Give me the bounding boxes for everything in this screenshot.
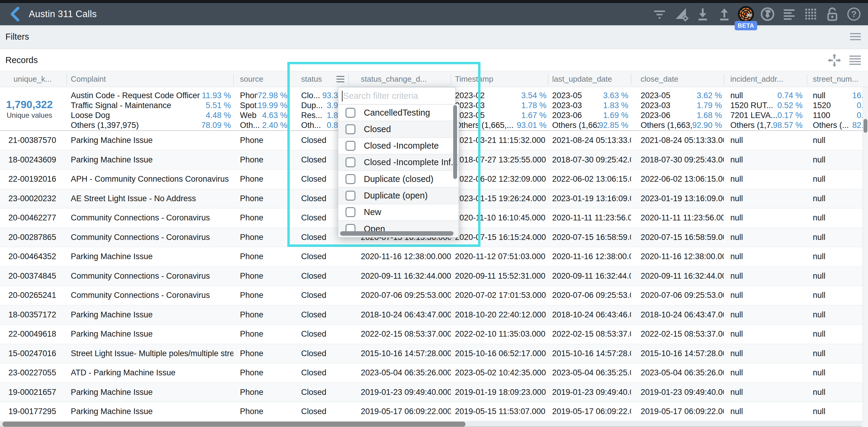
filter-option[interactable]: CancelledTesting [338, 105, 459, 121]
horizontal-scrollbar-track[interactable] [0, 421, 862, 427]
summary-line[interactable]: Phone72.98 % [240, 91, 287, 100]
vertical-scrollbar-thumb[interactable] [864, 119, 867, 133]
summary-line[interactable]: Oth...0.8 [301, 121, 338, 130]
help-button[interactable]: ? [845, 5, 863, 23]
table-row[interactable]: 22-00049618 Parking Machine Issue Phone … [0, 324, 868, 344]
table-row[interactable]: 20-00265241 Community Connections - Coro… [0, 286, 868, 305]
summary-line[interactable]: Spot...19.99 % [240, 101, 287, 110]
checkbox-icon[interactable] [345, 108, 355, 118]
column-header-incident-address[interactable]: incident_addr... [724, 71, 807, 87]
summary-line[interactable]: 2023-031.78 % [455, 101, 547, 110]
summary-line[interactable]: 1520 RUT...0.52 % [730, 101, 803, 110]
filter-option[interactable]: New [338, 204, 459, 221]
column-header-status[interactable]: status [288, 71, 348, 87]
checkbox-icon[interactable] [345, 124, 355, 134]
summary-line[interactable]: 2023-031.79 % [641, 101, 722, 110]
cell-last-update-date: 2019-05-17 06:09:22.000 [548, 402, 631, 421]
filters-menu-icon[interactable] [850, 33, 861, 41]
cell-incident-address: null [724, 150, 807, 170]
checkbox-icon[interactable] [345, 207, 355, 217]
column-header-source[interactable]: source [234, 71, 288, 87]
table-row[interactable]: 20-00464352 Parking Machine Issue Phone … [0, 247, 868, 267]
table-row[interactable]: 19-00021657 Parking Machine Issue Phone … [0, 383, 868, 402]
summary-line[interactable]: null16.4 [813, 91, 868, 100]
summary-line[interactable]: 11000.3 [813, 111, 868, 120]
records-menu-icon[interactable] [849, 56, 861, 65]
filter-search-box[interactable] [338, 87, 456, 105]
filter-option-label: Duplicate (closed) [364, 174, 442, 184]
list-view-button[interactable] [780, 5, 798, 23]
dropdown-vertical-scrollbar[interactable] [453, 105, 457, 179]
summary-line[interactable]: 2023-053.63 % [552, 91, 628, 100]
grid-view-button[interactable] [802, 5, 819, 23]
filter-option[interactable]: Closed [338, 121, 459, 138]
vertical-scrollbar-track[interactable] [863, 87, 868, 427]
summary-line[interactable]: Others (1,665,...93.01 % [455, 121, 547, 130]
cell-source: Phone [234, 208, 288, 228]
checkbox-icon[interactable] [345, 191, 355, 201]
summary-line[interactable]: 2023-053.62 % [641, 91, 722, 100]
chart-settings-button[interactable] [673, 5, 690, 23]
column-header-complaint[interactable]: Complaint [67, 71, 234, 87]
cell-incident-address: null [724, 208, 807, 228]
summary-line[interactable]: 15200.5 [813, 101, 868, 110]
summary-line[interactable]: 2023-051.67 % [455, 111, 547, 120]
cell-timestamp: 2020-07-02 17:01:53.000 [451, 286, 548, 305]
summary-line[interactable]: Loose Dog4.48 % [71, 111, 231, 120]
summary-line[interactable]: Dup...3.9 [301, 101, 338, 110]
table-row[interactable]: 23-00227055 ATD - Parking Machine Issue … [0, 363, 868, 383]
table-row[interactable]: 19-00177295 Parking Machine Issue Phone … [0, 402, 868, 422]
checkbox-icon[interactable] [345, 174, 355, 184]
column-header-close-date[interactable]: close_date [631, 71, 724, 87]
publish-button[interactable] [759, 5, 776, 23]
cell-complaint: Community Connections - Coronavirus [67, 208, 234, 228]
filter-option[interactable]: Duplicate (closed) [338, 171, 459, 188]
filter-lines-icon [653, 7, 666, 21]
back-button[interactable] [4, 5, 25, 23]
summary-line[interactable]: Web4.63 % [240, 111, 287, 120]
column-header-timestamp[interactable]: Timestamp [451, 71, 548, 87]
status-filter-menu-icon[interactable] [337, 76, 344, 82]
summary-line[interactable]: Oth...2.40 % [240, 121, 287, 130]
summary-line[interactable]: 7201 LEVA...0.17 % [730, 111, 803, 120]
summary-line[interactable]: 2023-061.69 % [552, 111, 628, 120]
filter-option[interactable]: Closed -Incomplete [338, 138, 459, 154]
summary-line[interactable]: Clo...93.3 [301, 91, 338, 100]
filter-button[interactable] [651, 5, 668, 23]
ai-assistant-button[interactable]: AI BETA [737, 5, 755, 23]
summary-line[interactable]: Others (1,397,975)78.09 % [71, 121, 231, 130]
summary-line[interactable]: Others (1,663,...92.90 % [641, 121, 722, 130]
summary-line[interactable]: null0.74 % [730, 91, 803, 100]
download-button[interactable] [694, 5, 711, 23]
summary-line[interactable]: 2023-023.54 % [455, 91, 547, 100]
cell-incident-address: null [724, 383, 807, 402]
summary-line[interactable]: Others (1,662,...92.85 % [552, 121, 628, 130]
upload-button[interactable] [716, 5, 733, 23]
table-row[interactable]: 18-00357172 Parking Machine Issue Phone … [0, 305, 868, 325]
horizontal-scrollbar-thumb[interactable] [2, 422, 465, 427]
cell-unique-key: 23-00020232 [0, 189, 67, 208]
summary-line[interactable]: 2023-031.83 % [552, 101, 628, 110]
table-row[interactable]: 20-00374845 Community Connections - Coro… [0, 267, 868, 286]
beta-badge: BETA [735, 21, 757, 30]
table-row[interactable]: 15-00247016 Street Light Issue- Multiple… [0, 344, 868, 364]
summary-line[interactable]: Others (1,7...98.57 % [730, 121, 803, 130]
summary-line[interactable]: Traffic Signal - Maintenance5.51 % [71, 101, 231, 110]
checkbox-icon[interactable] [345, 158, 355, 167]
summary-line[interactable]: Res...1.8 [301, 111, 338, 120]
move-icon[interactable] [827, 53, 842, 67]
column-header-unique-key[interactable]: unique_k... [0, 71, 67, 87]
summary-line[interactable]: 2023-061.68 % [641, 111, 722, 120]
column-header-street-number[interactable]: street_num... [807, 71, 868, 87]
dropdown-horizontal-scrollbar[interactable] [340, 231, 454, 236]
cell-complaint: Parking Machine Issue [67, 324, 234, 344]
summary-line[interactable]: Others (...82.6 [813, 121, 868, 130]
lock-button[interactable] [824, 5, 841, 23]
column-header-status-change-date[interactable]: status_change_d... [348, 71, 451, 87]
filter-search-input[interactable] [338, 87, 455, 104]
column-header-last-update-date[interactable]: last_update_date [548, 71, 631, 87]
filter-option[interactable]: Duplicate (open) [338, 188, 459, 204]
summary-line[interactable]: Austin Code - Request Code Officer11.93 … [71, 91, 231, 100]
filter-option[interactable]: Closed -Incomplete Inf... [338, 154, 459, 171]
checkbox-icon[interactable] [345, 141, 355, 151]
